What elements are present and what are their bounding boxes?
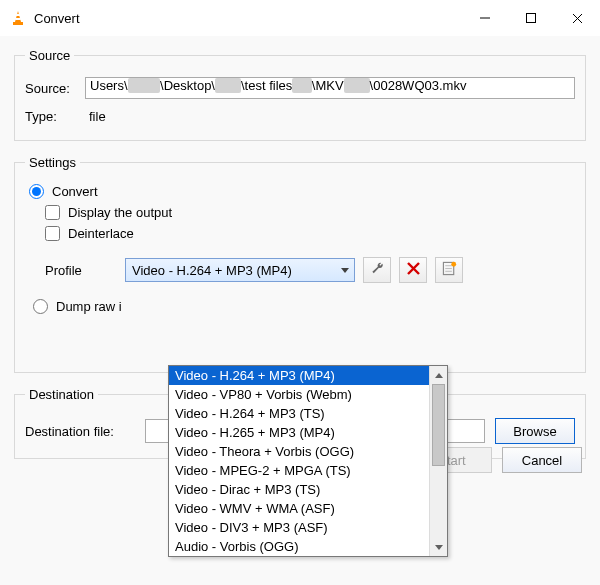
profile-option[interactable]: Video - WMV + WMA (ASF) [169,499,429,518]
window-title: Convert [34,11,462,26]
svg-marker-16 [435,373,443,378]
profile-option[interactable]: Video - H.264 + MP3 (MP4) [169,366,429,385]
profile-option[interactable]: Video - Theora + Vorbis (OGG) [169,442,429,461]
wrench-icon [370,261,385,279]
display-output-checkbox[interactable] [45,205,60,220]
profile-label: Profile [45,263,125,278]
scroll-down-icon[interactable] [430,538,447,556]
delete-x-icon [407,262,420,278]
edit-profile-button[interactable] [363,257,391,283]
svg-point-15 [451,262,456,267]
svg-marker-8 [341,268,349,273]
source-group: Source Source: Users\xxxxx\Desktop\xxxx\… [14,48,586,141]
svg-rect-3 [15,18,21,20]
dump-raw-label: Dump raw i [56,299,122,314]
display-output-label: Display the output [68,205,172,220]
source-label: Source: [25,81,85,96]
delete-profile-button[interactable] [399,257,427,283]
source-legend: Source [25,48,74,63]
deinterlace-checkbox[interactable] [45,226,60,241]
type-value: file [85,109,106,124]
profile-combobox[interactable]: Video - H.264 + MP3 (MP4) [125,258,355,282]
svg-marker-0 [15,11,21,22]
browse-button[interactable]: Browse [495,418,575,444]
svg-rect-1 [13,22,23,25]
profile-dropdown-list: Video - H.264 + MP3 (MP4)Video - VP80 + … [168,365,448,557]
profile-option[interactable]: Video - H.264 + MP3 (TS) [169,404,429,423]
profile-option[interactable]: Video - DIV3 + MP3 (ASF) [169,518,429,537]
settings-legend: Settings [25,155,80,170]
close-button[interactable] [554,0,600,36]
new-profile-button[interactable] [435,257,463,283]
dump-raw-radio[interactable] [33,299,48,314]
svg-rect-2 [16,14,20,16]
destination-legend: Destination [25,387,98,402]
titlebar: Convert [0,0,600,36]
dropdown-scrollbar[interactable] [429,366,447,556]
new-profile-icon [442,261,457,279]
profile-option[interactable]: Video - Dirac + MP3 (TS) [169,480,429,499]
destination-file-label: Destination file: [25,424,145,439]
profile-option[interactable]: Video - H.265 + MP3 (MP4) [169,423,429,442]
maximize-button[interactable] [508,0,554,36]
cancel-button[interactable]: Cancel [502,447,582,473]
convert-radio-label: Convert [52,184,98,199]
profile-option[interactable]: Audio - Vorbis (OGG) [169,537,429,556]
profile-option[interactable]: Video - VP80 + Vorbis (Webm) [169,385,429,404]
chevron-down-icon [339,262,351,278]
vlc-icon [10,10,26,26]
profile-option[interactable]: Video - MPEG-2 + MPGA (TS) [169,461,429,480]
svg-marker-17 [435,545,443,550]
source-path-input[interactable]: Users\xxxxx\Desktop\xxxx\test filesxxx\M… [85,77,575,99]
profile-selected-value: Video - H.264 + MP3 (MP4) [132,263,292,278]
type-label: Type: [25,109,85,124]
deinterlace-label: Deinterlace [68,226,134,241]
settings-group: Settings Convert Display the output Dein… [14,155,586,373]
convert-radio[interactable] [29,184,44,199]
svg-rect-5 [527,14,536,23]
minimize-button[interactable] [462,0,508,36]
scroll-up-icon[interactable] [430,366,447,384]
